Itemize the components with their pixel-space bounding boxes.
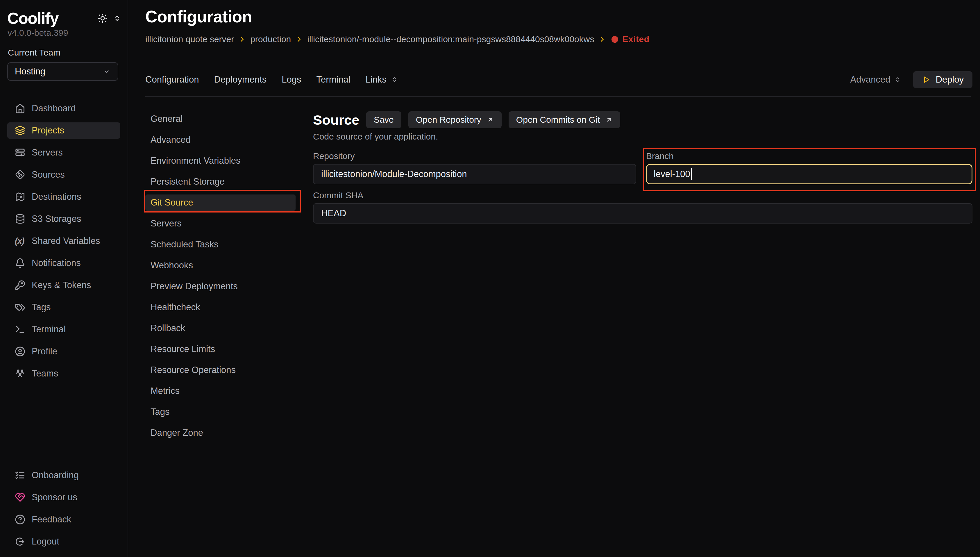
logout-icon: [15, 536, 25, 547]
subnav-item-persistent-storage[interactable]: Persistent Storage: [145, 174, 296, 190]
commit-sha-value: HEAD: [321, 208, 346, 218]
theme-controls: [98, 13, 121, 24]
chevron-right-icon: [238, 36, 246, 43]
subnav-item-git-source[interactable]: Git Source: [145, 194, 296, 211]
open-repository-button[interactable]: Open Repository: [408, 111, 502, 128]
sidebar-item-label: Notifications: [32, 258, 81, 268]
branch-label: Branch: [646, 151, 972, 161]
subnav-item-rollback[interactable]: Rollback: [145, 320, 296, 336]
users-icon: [15, 368, 25, 379]
sidebar-item-label: Servers: [32, 147, 63, 158]
subnav-item-preview-deployments[interactable]: Preview Deployments: [145, 278, 296, 295]
subnav-item-general[interactable]: General: [145, 111, 296, 127]
tab-logs[interactable]: Logs: [282, 75, 301, 85]
subnav-item-servers[interactable]: Servers: [145, 215, 296, 232]
chevrons-up-down-icon: [113, 14, 121, 23]
play-icon: [922, 75, 931, 84]
source-subtitle: Code source of your application.: [313, 132, 972, 142]
sidebar-item-destinations[interactable]: Destinations: [7, 189, 120, 205]
sidebar-item-teams[interactable]: Teams: [7, 365, 120, 382]
breadcrumb-project[interactable]: illicitonion quote server: [145, 34, 234, 44]
list-checks-icon: [15, 470, 25, 480]
sidebar-item-notifications[interactable]: Notifications: [7, 255, 120, 271]
sidebar-item-projects[interactable]: Projects: [7, 122, 120, 138]
bell-icon: [15, 258, 25, 268]
arrow-up-right-icon: [605, 116, 613, 124]
subnav-item-metrics[interactable]: Metrics: [145, 383, 296, 399]
tab-deployments[interactable]: Deployments: [214, 75, 267, 85]
chevrons-up-down-icon: [391, 76, 398, 83]
breadcrumb-environment[interactable]: production: [250, 34, 291, 44]
page-title: Configuration: [145, 7, 252, 26]
advanced-menu-button[interactable]: Advanced: [850, 75, 902, 85]
subnav-item-advanced[interactable]: Advanced: [145, 132, 296, 148]
sidebar-item-label: Feedback: [32, 514, 71, 525]
sidebar-item-label: Terminal: [32, 324, 66, 335]
branch-field: Branch level-100: [646, 151, 972, 184]
breadcrumb-application[interactable]: illicitestonion/-module--decomposition:m…: [307, 34, 594, 44]
theme-toggle-button[interactable]: [98, 13, 108, 24]
subnav-item-scheduled-tasks[interactable]: Scheduled Tasks: [145, 236, 296, 252]
sidebar-item-s3-storages[interactable]: S3 Storages: [7, 211, 120, 227]
tab-links[interactable]: Links: [366, 75, 398, 85]
tab-configuration[interactable]: Configuration: [145, 75, 199, 85]
deploy-button[interactable]: Deploy: [913, 71, 973, 88]
subnav-item-danger-zone[interactable]: Danger Zone: [145, 425, 296, 441]
subnav-item-webhooks[interactable]: Webhooks: [145, 257, 296, 274]
subnav-item-resource-operations[interactable]: Resource Operations: [145, 362, 296, 378]
sidebar-item-dashboard[interactable]: Dashboard: [7, 100, 120, 117]
save-button[interactable]: Save: [366, 111, 401, 128]
tabs: Configuration Deployments Logs Terminal …: [145, 75, 398, 85]
commit-sha-input[interactable]: HEAD: [313, 203, 972, 223]
subnav-item-environment-variables[interactable]: Environment Variables: [145, 153, 296, 169]
main-content: Configuration illicitonion quote server …: [129, 0, 980, 557]
help-circle-icon: [15, 514, 25, 525]
sidebar-item-label: Sources: [32, 169, 65, 180]
sidebar-item-keys-tokens[interactable]: Keys & Tokens: [7, 277, 120, 293]
tab-links-label: Links: [366, 75, 387, 85]
sidebar-nav: Dashboard Projects Servers Sources Desti…: [7, 100, 120, 382]
sidebar-item-label: Tags: [32, 302, 50, 313]
subnav-item-resource-limits[interactable]: Resource Limits: [145, 341, 296, 357]
deploy-label: Deploy: [936, 75, 964, 85]
app-version: v4.0.0-beta.399: [8, 28, 68, 38]
branch-input[interactable]: level-100: [646, 164, 972, 184]
sidebar-item-profile[interactable]: Profile: [7, 343, 120, 360]
sidebar-item-sources[interactable]: Sources: [7, 166, 120, 183]
subnav-item-label: Git Source: [151, 197, 193, 208]
app-logo: Coolify: [7, 9, 59, 28]
sidebar-item-label: Keys & Tokens: [32, 280, 91, 290]
chevron-right-icon: [598, 36, 606, 43]
sidebar-item-terminal[interactable]: Terminal: [7, 321, 120, 337]
tabs-divider: [145, 96, 971, 97]
open-commits-button[interactable]: Open Commits on Git: [509, 111, 620, 128]
sidebar-item-label: Logout: [32, 536, 59, 547]
open-repository-label: Open Repository: [416, 115, 481, 125]
layers-icon: [15, 125, 25, 136]
chevron-down-icon: [102, 67, 111, 76]
sidebar: Coolify v4.0.0-beta.399 Current Team Hos…: [0, 0, 128, 557]
sidebar-item-tags[interactable]: Tags: [7, 299, 120, 316]
user-circle-icon: [15, 346, 25, 357]
tab-terminal[interactable]: Terminal: [317, 75, 351, 85]
map-icon: [15, 192, 25, 202]
home-icon: [15, 103, 25, 114]
sidebar-item-servers[interactable]: Servers: [7, 145, 120, 161]
subnav-item-tags[interactable]: Tags: [145, 404, 296, 420]
sidebar-item-shared-variables[interactable]: Shared Variables: [7, 233, 120, 249]
sidebar-header: Coolify: [7, 8, 121, 28]
sidebar-item-onboarding[interactable]: Onboarding: [7, 467, 120, 484]
config-subnav: General Advanced Environment Variables P…: [145, 111, 296, 441]
variable-icon: [15, 236, 25, 246]
sidebar-item-label: Teams: [32, 368, 58, 379]
arrow-up-right-icon: [486, 116, 494, 124]
repository-input[interactable]: illicitestonion/Module-Decomposition: [313, 164, 636, 184]
sidebar-item-logout[interactable]: Logout: [7, 533, 120, 550]
sidebar-item-feedback[interactable]: Feedback: [7, 511, 120, 528]
subnav-item-healthcheck[interactable]: Healthcheck: [145, 299, 296, 316]
sidebar-item-sponsor-us[interactable]: Sponsor us: [7, 489, 120, 505]
theme-selector-button[interactable]: [113, 14, 121, 23]
sidebar-item-label: Projects: [32, 125, 64, 136]
team-select[interactable]: Hosting: [7, 62, 118, 81]
status-text: Exited: [622, 34, 649, 44]
